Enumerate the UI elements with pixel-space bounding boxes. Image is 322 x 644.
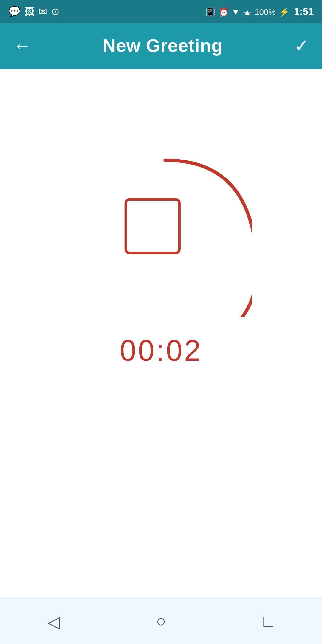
nav-back-button[interactable]: ◁ xyxy=(0,599,107,644)
nav-home-icon: ○ xyxy=(156,612,166,631)
alarm-icon: ⏰ xyxy=(219,7,228,16)
stop-button[interactable] xyxy=(125,198,181,254)
page-title: New Greeting xyxy=(103,35,223,57)
status-bar-right-icons: 📳 ⏰ ▼ ▲ 100% ⚡ 1:51 xyxy=(205,6,314,17)
wifi-icon: ▼ xyxy=(232,7,240,16)
status-time: 1:51 xyxy=(294,6,314,17)
mail-icon: ✉ xyxy=(39,6,47,17)
nav-recent-button[interactable]: □ xyxy=(215,599,322,644)
bottom-nav: ◁ ○ □ xyxy=(0,598,322,644)
back-button[interactable]: ← xyxy=(13,35,31,57)
sync-icon: ⊙ xyxy=(51,6,60,17)
nav-home-button[interactable]: ○ xyxy=(107,599,215,644)
battery-level: 100% xyxy=(255,7,276,16)
confirm-button[interactable]: ✓ xyxy=(294,35,309,57)
status-bar-left-icons: 💬 🖼 ✉ ⊙ xyxy=(8,6,60,17)
arc-container xyxy=(70,135,252,317)
battery-charging-icon: ⚡ xyxy=(279,7,289,16)
vibrate-icon: 📳 xyxy=(205,7,215,16)
nav-recent-icon: □ xyxy=(263,612,273,631)
recording-area: 00:02 xyxy=(70,135,252,368)
status-bar: 💬 🖼 ✉ ⊙ 📳 ⏰ ▼ ▲ 100% ⚡ 1:51 xyxy=(0,0,322,23)
main-content: 00:02 xyxy=(0,69,322,598)
photo-icon: 🖼 xyxy=(25,6,35,17)
whatsapp-icon: 💬 xyxy=(8,6,21,17)
nav-back-icon: ◁ xyxy=(47,612,60,631)
toolbar: ← New Greeting ✓ xyxy=(0,23,322,69)
signal-icon: ▲ xyxy=(243,7,251,16)
timer-display: 00:02 xyxy=(120,334,202,368)
